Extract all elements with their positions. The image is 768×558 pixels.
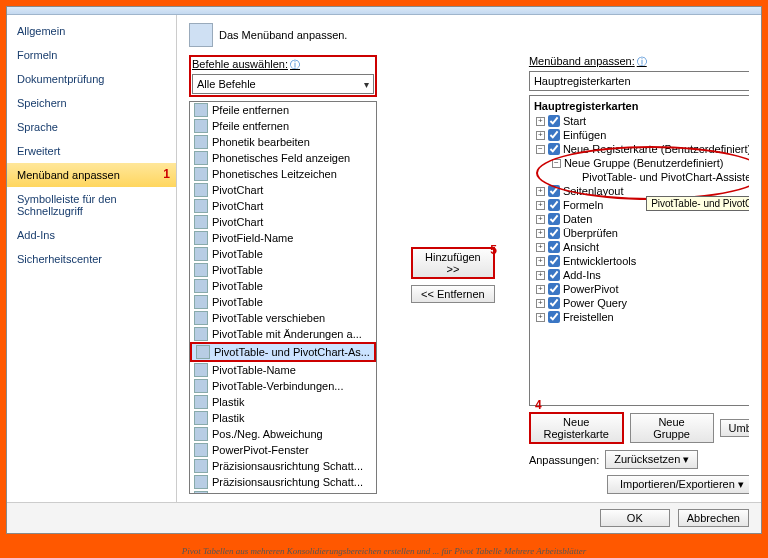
- tree-item[interactable]: +Entwicklertools: [532, 254, 749, 268]
- tooltip: PivotTable- und PivotChart-Assist: [646, 196, 749, 211]
- commands-listbox[interactable]: 3 Pfeile entfernenPfeile entfernenPhonet…: [189, 101, 377, 494]
- command-icon: [194, 183, 208, 197]
- sidebar-item[interactable]: Add-Ins: [7, 223, 176, 247]
- info-icon: [288, 58, 300, 70]
- expand-icon[interactable]: −: [552, 159, 561, 168]
- command-item[interactable]: PivotTable verschieben: [190, 310, 376, 326]
- command-item[interactable]: Plastik: [190, 410, 376, 426]
- sidebar-item[interactable]: Erweitert: [7, 139, 176, 163]
- import-export-button[interactable]: Importieren/Exportieren ▾: [607, 475, 749, 494]
- sidebar-item[interactable]: Allgemein: [7, 19, 176, 43]
- sidebar-item[interactable]: Symbolleiste für den Schnellzugriff: [7, 187, 176, 223]
- expand-icon[interactable]: −: [536, 145, 545, 154]
- tree-header: Hauptregisterkarten: [532, 98, 749, 114]
- tree-item[interactable]: +Einfügen: [532, 128, 749, 142]
- sidebar-item[interactable]: Sprache: [7, 115, 176, 139]
- tree-checkbox[interactable]: [548, 255, 560, 267]
- expand-icon[interactable]: +: [536, 313, 545, 322]
- expand-icon[interactable]: +: [536, 257, 545, 266]
- expand-icon[interactable]: +: [536, 131, 545, 140]
- command-item[interactable]: Phonetisches Leitzeichen: [190, 166, 376, 182]
- tree-checkbox[interactable]: [548, 297, 560, 309]
- sidebar-item[interactable]: Speichern: [7, 91, 176, 115]
- tree-item[interactable]: +Freistellen: [532, 310, 749, 324]
- add-button[interactable]: Hinzufügen >>: [411, 247, 495, 279]
- ok-button[interactable]: OK: [600, 509, 670, 527]
- tree-checkbox[interactable]: [548, 185, 560, 197]
- expand-icon[interactable]: +: [536, 285, 545, 294]
- cancel-button[interactable]: Abbrechen: [678, 509, 749, 527]
- expand-icon[interactable]: +: [536, 243, 545, 252]
- command-item[interactable]: PivotTable-Verbindungen...: [190, 378, 376, 394]
- ribbon-label: Menüband anpassen:: [529, 55, 749, 69]
- tree-item[interactable]: +PowerPivot: [532, 282, 749, 296]
- tree-item[interactable]: +Power Query: [532, 296, 749, 310]
- tree-item[interactable]: −Neue Registerkarte (Benutzerdefiniert): [532, 142, 749, 156]
- command-icon: [194, 395, 208, 409]
- tree-item[interactable]: −Neue Gruppe (Benutzerdefiniert): [532, 156, 749, 170]
- new-tab-button[interactable]: Neue Registerkarte: [529, 412, 624, 444]
- expand-icon[interactable]: +: [536, 215, 545, 224]
- tree-checkbox[interactable]: [548, 227, 560, 239]
- rename-button[interactable]: Umbenennen...: [720, 419, 749, 437]
- tree-item[interactable]: +Add-Ins: [532, 268, 749, 282]
- expand-icon[interactable]: +: [536, 229, 545, 238]
- command-item[interactable]: Pfeile entfernen: [190, 102, 376, 118]
- command-item[interactable]: PivotChart: [190, 198, 376, 214]
- command-item[interactable]: PivotTable: [190, 294, 376, 310]
- command-item[interactable]: Phonetik bearbeiten: [190, 134, 376, 150]
- remove-button[interactable]: << Entfernen: [411, 285, 495, 303]
- tree-item[interactable]: PivotTable- und PivotChart-Assistent: [532, 170, 749, 184]
- ribbon-dropdown[interactable]: Hauptregisterkarten: [529, 71, 749, 91]
- command-item[interactable]: PivotTable: [190, 262, 376, 278]
- command-item[interactable]: PivotTable-Name: [190, 362, 376, 378]
- sidebar-item[interactable]: Sicherheitscenter: [7, 247, 176, 271]
- ribbon-tree[interactable]: Hauptregisterkarten +Start+Einfügen−Neue…: [529, 95, 749, 406]
- expand-icon[interactable]: +: [536, 201, 545, 210]
- sidebar-item[interactable]: Formeln: [7, 43, 176, 67]
- command-icon: [194, 295, 208, 309]
- tree-item[interactable]: +Ansicht: [532, 240, 749, 254]
- tree-checkbox[interactable]: [548, 143, 560, 155]
- tree-item[interactable]: +Start: [532, 114, 749, 128]
- callout-1: 1: [163, 167, 170, 181]
- expand-icon[interactable]: +: [536, 117, 545, 126]
- command-icon: [194, 119, 208, 133]
- expand-icon[interactable]: +: [536, 271, 545, 280]
- tree-checkbox[interactable]: [548, 213, 560, 225]
- tree-checkbox[interactable]: [548, 269, 560, 281]
- command-icon: [194, 363, 208, 377]
- command-icon: [194, 311, 208, 325]
- tree-item[interactable]: +Daten: [532, 212, 749, 226]
- tree-checkbox[interactable]: [548, 199, 560, 211]
- tree-checkbox[interactable]: [548, 311, 560, 323]
- command-item[interactable]: PivotField-Name: [190, 230, 376, 246]
- sidebar-item[interactable]: Dokumentprüfung: [7, 67, 176, 91]
- commands-dropdown[interactable]: Alle Befehle: [192, 74, 374, 94]
- command-item[interactable]: PivotChart: [190, 214, 376, 230]
- tree-checkbox[interactable]: [548, 115, 560, 127]
- command-item[interactable]: Plastik: [190, 394, 376, 410]
- expand-icon[interactable]: +: [536, 299, 545, 308]
- reset-button[interactable]: Zurücksetzen ▾: [605, 450, 698, 469]
- tree-item[interactable]: +Überprüfen: [532, 226, 749, 240]
- command-item[interactable]: PowerPivot-Fenster: [190, 442, 376, 458]
- sidebar-item[interactable]: Menüband anpassen1: [7, 163, 176, 187]
- command-item[interactable]: Präzisionsausrichtung Schatt...: [190, 474, 376, 490]
- command-item[interactable]: PivotTable- und PivotChart-As...: [190, 342, 376, 362]
- expand-icon[interactable]: +: [536, 187, 545, 196]
- tree-checkbox[interactable]: [548, 241, 560, 253]
- command-item[interactable]: Präzisionsausrichtung Schatt...: [190, 458, 376, 474]
- command-item[interactable]: Pfeile entfernen: [190, 118, 376, 134]
- command-item[interactable]: Präzisionsausrichtung Schatt...: [190, 490, 376, 494]
- command-item[interactable]: PivotTable mit Änderungen a...: [190, 326, 376, 342]
- command-item[interactable]: Phonetisches Feld anzeigen: [190, 150, 376, 166]
- command-item[interactable]: Pos./Neg. Abweichung: [190, 426, 376, 442]
- command-icon: [194, 103, 208, 117]
- tree-checkbox[interactable]: [548, 129, 560, 141]
- tree-checkbox[interactable]: [548, 283, 560, 295]
- command-item[interactable]: PivotTable: [190, 246, 376, 262]
- command-item[interactable]: PivotChart: [190, 182, 376, 198]
- new-group-button[interactable]: Neue Gruppe: [630, 413, 714, 443]
- command-item[interactable]: PivotTable: [190, 278, 376, 294]
